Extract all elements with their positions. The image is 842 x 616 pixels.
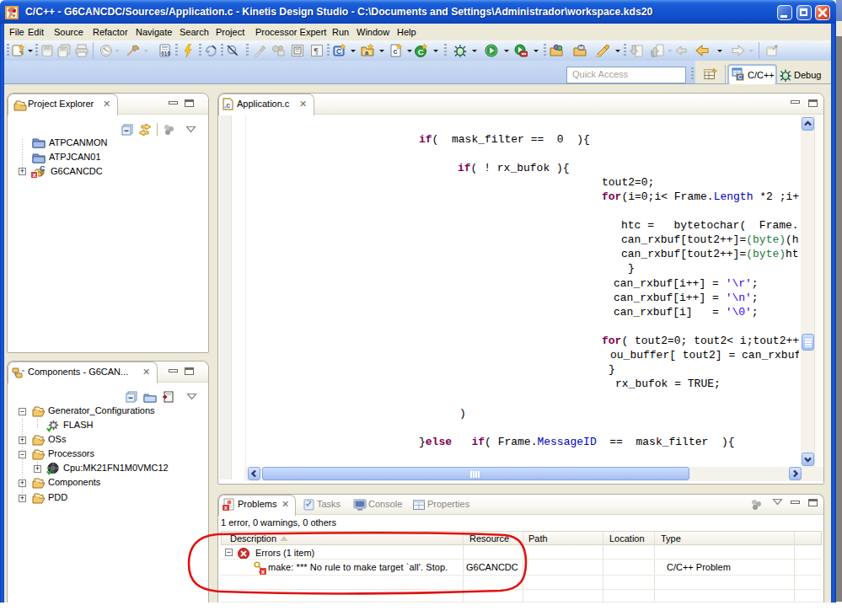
svg-text:C: C [40,165,46,173]
svg-text:¶: ¶ [314,46,319,56]
svg-text:x: x [224,505,228,511]
svg-text:C: C [738,74,743,80]
svg-text:010: 010 [161,51,170,56]
svg-text:c: c [394,47,398,56]
svg-text:.c: .c [224,101,230,110]
svg-text:C: C [336,47,341,56]
